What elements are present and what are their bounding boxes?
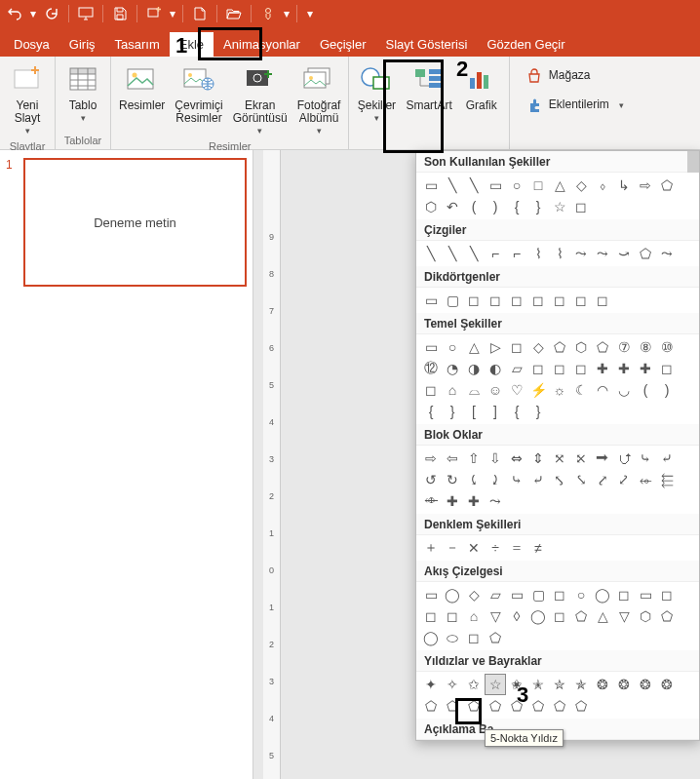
- shape-item[interactable]: △: [463, 336, 485, 358]
- new-file-icon[interactable]: [189, 3, 211, 24]
- shape-item[interactable]: □: [527, 175, 549, 196]
- shape-item[interactable]: ◻: [527, 358, 549, 379]
- shape-item[interactable]: ╲: [463, 243, 485, 264]
- shape-item[interactable]: ): [656, 379, 678, 401]
- redo-icon[interactable]: [41, 3, 62, 24]
- shape-item[interactable]: ⌓: [463, 379, 485, 401]
- shape-item[interactable]: (: [635, 379, 656, 401]
- shape-item[interactable]: ▽: [613, 605, 635, 627]
- new-slide-button[interactable]: Yeni Slayt ▾: [4, 58, 51, 138]
- shape-item[interactable]: ◻: [420, 605, 442, 627]
- qat-customize-icon[interactable]: ▾: [303, 7, 317, 20]
- shape-item[interactable]: ⑫: [420, 358, 442, 379]
- shape-item[interactable]: ✚: [613, 358, 635, 379]
- shape-item[interactable]: ⤳: [592, 243, 613, 264]
- shape-item[interactable]: ▭: [420, 290, 442, 311]
- shape-item[interactable]: ◻: [463, 290, 485, 311]
- shape-item[interactable]: ): [485, 196, 506, 217]
- shape-item[interactable]: ◻: [527, 290, 549, 311]
- shape-item[interactable]: ＋: [420, 537, 442, 559]
- shape-5-point-star[interactable]: ☆: [485, 674, 506, 695]
- shape-item[interactable]: ◻: [506, 290, 527, 311]
- shape-item[interactable]: ☼: [549, 379, 570, 401]
- shape-item[interactable]: }: [527, 196, 549, 217]
- shape-item[interactable]: ❂: [656, 674, 678, 695]
- shape-item[interactable]: ◻: [613, 584, 635, 605]
- shape-item[interactable]: ▭: [420, 175, 442, 196]
- shape-item[interactable]: ⬨: [592, 175, 613, 196]
- shape-item[interactable]: ☺: [485, 379, 506, 401]
- shape-item[interactable]: ⬡: [635, 605, 656, 627]
- tab-slayt-gosterisi[interactable]: Slayt Gösterisi: [376, 32, 478, 57]
- shape-item[interactable]: ▷: [485, 336, 506, 358]
- shape-item[interactable]: ⬰: [635, 469, 656, 490]
- shape-item[interactable]: ⤶: [527, 469, 549, 490]
- shape-item[interactable]: ⑧: [635, 336, 656, 358]
- shape-item[interactable]: ⇨: [635, 175, 656, 196]
- shape-item[interactable]: ⤧: [549, 448, 570, 469]
- shape-item[interactable]: ↻: [442, 469, 463, 490]
- shape-item[interactable]: ♡: [506, 379, 527, 401]
- shape-item[interactable]: ✚: [592, 358, 613, 379]
- shape-item[interactable]: ◻: [656, 358, 678, 379]
- shape-item[interactable]: ✭: [527, 674, 549, 695]
- shape-item[interactable]: ⑦: [613, 336, 635, 358]
- shape-item[interactable]: ❂: [592, 674, 613, 695]
- shape-item[interactable]: ▭: [635, 584, 656, 605]
- shape-item[interactable]: {: [506, 196, 527, 217]
- touch-mode-icon[interactable]: [257, 3, 279, 24]
- resimler-button[interactable]: Resimler: [115, 58, 169, 114]
- undo-drop-icon[interactable]: ▾: [29, 7, 37, 20]
- scrollbar-thumb[interactable]: [687, 151, 699, 173]
- shape-item[interactable]: ⇩: [485, 448, 506, 469]
- shape-item[interactable]: ◑: [463, 358, 485, 379]
- shape-item[interactable]: ⤤: [592, 469, 613, 490]
- shape-item[interactable]: ◔: [442, 358, 463, 379]
- shape-item[interactable]: ◻: [485, 290, 506, 311]
- shape-item[interactable]: ＝: [506, 537, 527, 559]
- shape-item[interactable]: ✩: [463, 674, 485, 695]
- shape-item[interactable]: ⤷: [506, 469, 527, 490]
- shape-item[interactable]: ▢: [527, 584, 549, 605]
- tab-gozden-gecir[interactable]: Gözden Geçir: [477, 32, 574, 57]
- open-icon[interactable]: [223, 3, 245, 24]
- shape-item[interactable]: ⇕: [527, 448, 549, 469]
- shape-item[interactable]: ▭: [420, 584, 442, 605]
- shape-item[interactable]: ╲: [442, 175, 463, 196]
- shape-item[interactable]: ⬠: [656, 175, 678, 196]
- eklentilerim-button[interactable]: Eklentilerim ▾: [520, 94, 630, 117]
- shape-item[interactable]: －: [442, 537, 463, 559]
- shape-item[interactable]: ▱: [485, 584, 506, 605]
- new-slide-qat-drop-icon[interactable]: ▾: [169, 7, 176, 20]
- shape-item[interactable]: ⬠: [549, 695, 570, 717]
- shape-item[interactable]: ◻: [549, 584, 570, 605]
- shape-item[interactable]: ◻: [570, 196, 592, 217]
- shape-item[interactable]: ◻: [570, 290, 592, 311]
- new-slide-qat-icon[interactable]: [143, 3, 165, 24]
- shape-item[interactable]: ▭: [485, 175, 506, 196]
- shape-item[interactable]: ⤳: [656, 243, 678, 264]
- shape-item[interactable]: }: [442, 401, 463, 422]
- shape-item[interactable]: ▽: [485, 605, 506, 627]
- shape-item[interactable]: ◻: [656, 584, 678, 605]
- undo-icon[interactable]: [4, 3, 25, 24]
- shape-item[interactable]: ⤻: [613, 243, 635, 264]
- shape-item[interactable]: ⤹: [463, 469, 485, 490]
- shape-item[interactable]: ⇔: [506, 448, 527, 469]
- shape-item[interactable]: ⌐: [506, 243, 527, 264]
- shape-item[interactable]: ◻: [420, 379, 442, 401]
- shape-item[interactable]: (: [463, 196, 485, 217]
- shape-item[interactable]: ↳: [613, 175, 635, 196]
- shape-item[interactable]: }: [527, 401, 549, 422]
- shape-item[interactable]: ⮕: [592, 448, 613, 469]
- shape-item[interactable]: ⬱: [656, 469, 678, 490]
- shape-item[interactable]: ◡: [613, 379, 635, 401]
- shape-item[interactable]: ✚: [442, 490, 463, 512]
- shape-item[interactable]: ⇨: [420, 448, 442, 469]
- shape-item[interactable]: ÷: [485, 537, 506, 559]
- shape-item[interactable]: ◻: [506, 336, 527, 358]
- shape-item[interactable]: ◻: [549, 358, 570, 379]
- shape-item[interactable]: ▱: [506, 358, 527, 379]
- shape-item[interactable]: ◻: [570, 358, 592, 379]
- shape-item[interactable]: ↺: [420, 469, 442, 490]
